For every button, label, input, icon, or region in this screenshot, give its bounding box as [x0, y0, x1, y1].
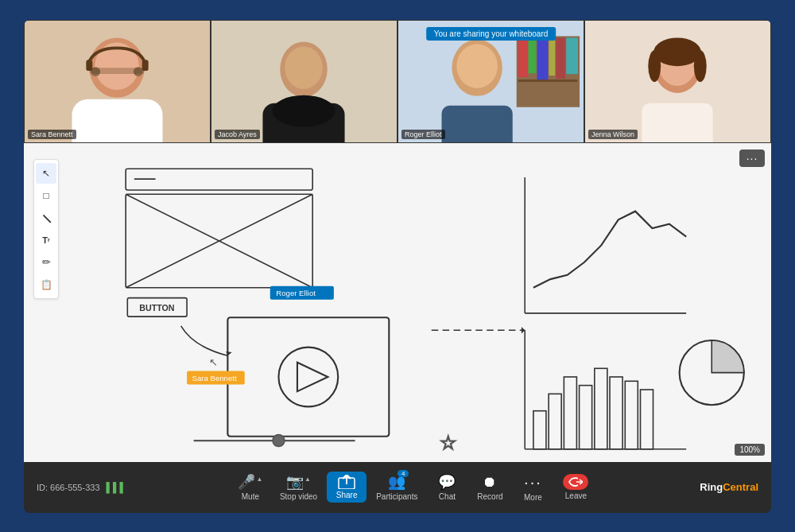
participant-tile-2: Jacob Ayres [211, 20, 398, 143]
svg-rect-19 [537, 37, 549, 81]
more-icon: ··· [524, 473, 542, 491]
participants-button[interactable]: 👥 4 Participants [370, 470, 424, 504]
participant-name-4: Jenna Wilson [588, 130, 638, 139]
record-label: Record [477, 492, 502, 501]
chat-label: Chat [439, 492, 456, 501]
mute-label: Mute [242, 492, 259, 501]
svg-point-31 [653, 37, 700, 66]
svg-text:↖: ↖ [209, 356, 218, 368]
svg-text:Sara Bennett: Sara Bennett [192, 374, 237, 382]
svg-point-67 [273, 434, 285, 446]
sharing-banner: You are sharing your whiteboard [426, 27, 556, 41]
participant-name-3: Roger Elliot [401, 130, 445, 139]
svg-rect-62 [641, 389, 653, 449]
svg-rect-59 [595, 368, 607, 449]
meeting-id: ID: 666-555-333 [37, 483, 100, 492]
svg-rect-8 [86, 60, 92, 71]
participants-badge: 4 [398, 470, 409, 477]
bottom-toolbar: ID: 666-555-333 ▌▌▌ 🎤▲ Mute 📷▲ Stop vide… [24, 462, 771, 513]
svg-point-14 [272, 95, 335, 126]
svg-point-12 [285, 46, 323, 89]
svg-rect-17 [518, 37, 528, 77]
more-label: More [524, 493, 542, 502]
svg-rect-9 [142, 60, 149, 71]
participants-label: Participants [376, 492, 417, 501]
svg-rect-7 [89, 68, 144, 74]
svg-text:Roger Elliot: Roger Elliot [276, 289, 316, 297]
svg-rect-58 [580, 385, 592, 449]
svg-rect-26 [442, 105, 513, 142]
chat-icon: 💬 [438, 473, 456, 491]
mute-chevron[interactable]: ▲ [256, 476, 262, 483]
whiteboard-svg: Roger Elliot BUTTON Sara Bennett ↖ [24, 143, 771, 462]
participant-name-2: Jacob Ayres [215, 130, 260, 139]
participant-tile-3: You are sharing your whiteboard Roger El… [398, 20, 584, 143]
svg-rect-61 [625, 381, 638, 449]
svg-rect-18 [529, 37, 537, 73]
participant-strip: Sara Bennett Jacob Ayres [24, 20, 771, 143]
share-label: Share [336, 491, 358, 499]
svg-rect-21 [556, 37, 565, 79]
share-button[interactable]: Share [327, 472, 366, 503]
video-chevron[interactable]: ▲ [304, 476, 311, 483]
participant-tile-1: Sara Bennett [24, 20, 211, 143]
leave-icon [563, 474, 588, 490]
record-icon: ⏺ [483, 474, 497, 491]
svg-point-32 [648, 50, 661, 82]
chat-button[interactable]: 💬 Chat [427, 470, 467, 504]
svg-rect-4 [72, 99, 162, 142]
share-icon [338, 475, 355, 490]
participant-name-1: Sara Bennett [28, 130, 76, 139]
whiteboard-area[interactable]: ··· 100% ↖ □ | Tr ✏ 📋 Roger Elliot [24, 143, 771, 462]
main-window: Sara Bennett Jacob Ayres [24, 20, 771, 513]
svg-rect-22 [566, 37, 578, 74]
svg-text:BUTTON: BUTTON [139, 302, 174, 312]
stop-video-button[interactable]: 📷▲ Stop video [273, 470, 324, 504]
participants-icon: 👥 4 [388, 473, 405, 491]
record-button[interactable]: ⏺ Record [470, 471, 510, 504]
participant-tile-4: Jenna Wilson [584, 20, 771, 143]
mute-button[interactable]: 🎤▲ Mute [231, 470, 270, 504]
svg-text:☆: ☆ [440, 432, 457, 452]
svg-rect-56 [549, 394, 561, 449]
signal-icon: ▌▌▌ [107, 482, 127, 493]
svg-rect-20 [549, 37, 555, 76]
stop-video-label: Stop video [280, 492, 317, 501]
bottom-controls: 🎤▲ Mute 📷▲ Stop video [126, 470, 700, 505]
svg-rect-57 [564, 376, 576, 449]
svg-marker-46 [297, 362, 328, 390]
svg-rect-60 [610, 376, 622, 449]
svg-rect-34 [642, 103, 712, 142]
svg-rect-23 [518, 80, 577, 82]
mute-icon: 🎤▲ [238, 473, 262, 491]
stop-video-icon: 📷▲ [286, 473, 311, 491]
brand-logo: RingCentral [700, 481, 758, 493]
svg-point-33 [694, 50, 707, 82]
svg-point-25 [456, 44, 498, 88]
svg-rect-44 [227, 317, 389, 437]
leave-label: Leave [565, 491, 587, 500]
more-button[interactable]: ··· More [513, 470, 553, 505]
svg-rect-55 [533, 410, 546, 449]
leave-button[interactable]: Leave [556, 471, 595, 503]
